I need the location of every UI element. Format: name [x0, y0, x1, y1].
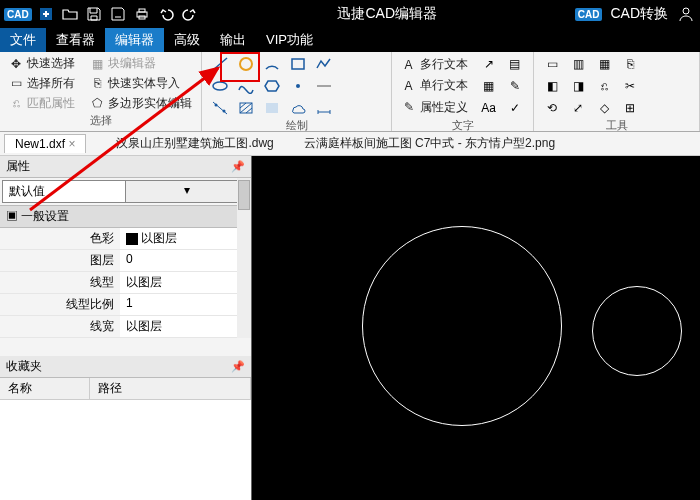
- cursor-icon: ✥: [8, 56, 24, 72]
- combo-value: 默认值: [3, 181, 125, 202]
- dim-icon[interactable]: [312, 98, 336, 118]
- ribbon-group-text: A多行文本 A单行文本 ✎属性定义 ↗ ▤ ▦ ✎ Aa ✓ 文字: [392, 52, 534, 131]
- ribbon-group-draw: 绘制: [202, 52, 392, 131]
- hexagon-icon[interactable]: [260, 76, 284, 96]
- svg-point-4: [683, 8, 689, 14]
- default-combo[interactable]: 默认值 ▾: [2, 180, 249, 203]
- undo-icon[interactable]: [156, 4, 176, 24]
- attdef-button[interactable]: ✎属性定义: [399, 98, 470, 117]
- favorites-list: 名称 路径: [0, 378, 251, 500]
- favorites-title: 收藏夹 📌: [0, 356, 251, 378]
- tool-icon[interactable]: ⊞: [618, 98, 642, 118]
- menu-vip[interactable]: VIP功能: [256, 28, 323, 52]
- cloud-icon[interactable]: [286, 98, 310, 118]
- ribbon-group-label: 工具: [540, 118, 693, 133]
- table-icon[interactable]: ▦: [477, 76, 501, 96]
- file-tab-active[interactable]: New1.dxf ×: [4, 134, 86, 153]
- text-button[interactable]: A单行文本: [399, 76, 470, 95]
- circle-entity[interactable]: [592, 286, 682, 376]
- point-icon[interactable]: [286, 76, 310, 96]
- workspace: 属性 📌 默认值 ▾ ▣ 一般设置 色彩以图层 图层0 线型以图层 线型比例1 …: [0, 156, 700, 500]
- user-icon[interactable]: [676, 4, 696, 24]
- scrollbar[interactable]: [237, 178, 251, 338]
- mtext-button[interactable]: A多行文本: [399, 55, 470, 74]
- tool-icon[interactable]: ⎘: [618, 54, 642, 74]
- text-icon: A: [401, 78, 417, 94]
- pin-icon[interactable]: 📌: [231, 360, 245, 373]
- xline-icon[interactable]: [208, 98, 232, 118]
- ray-icon[interactable]: [312, 76, 336, 96]
- fav-col-path[interactable]: 路径: [90, 378, 251, 399]
- spell-icon[interactable]: ✓: [503, 98, 527, 118]
- menu-viewer[interactable]: 查看器: [46, 28, 105, 52]
- quick-access: CAD: [4, 4, 200, 24]
- field-icon[interactable]: ▤: [503, 54, 527, 74]
- saveas-icon[interactable]: [108, 4, 128, 24]
- style-icon[interactable]: Aa: [477, 98, 501, 118]
- block-icon: ▦: [89, 56, 105, 72]
- ellipse-icon[interactable]: [208, 76, 232, 96]
- tool-icon[interactable]: ▦: [592, 54, 616, 74]
- quick-import-button[interactable]: ⎘快速实体导入: [87, 74, 182, 93]
- match-props-button[interactable]: ⎌匹配属性: [6, 94, 77, 113]
- prop-row: 图层0: [0, 250, 251, 272]
- quick-select-button[interactable]: ✥快速选择: [6, 54, 77, 73]
- prop-section-general[interactable]: ▣ 一般设置: [0, 205, 251, 228]
- circle-icon[interactable]: [234, 54, 258, 74]
- spline-icon[interactable]: [234, 76, 258, 96]
- polygon-edit-button[interactable]: ⬠多边形实体编辑: [87, 94, 194, 113]
- polyline-icon[interactable]: [312, 54, 336, 74]
- rect-icon[interactable]: [286, 54, 310, 74]
- menu-bar: 文件 查看器 编辑器 高级 输出 VIP功能: [0, 28, 700, 52]
- line-icon[interactable]: [208, 54, 232, 74]
- menu-output[interactable]: 输出: [210, 28, 256, 52]
- select-all-icon: ▭: [8, 75, 24, 91]
- mtext-icon: A: [401, 57, 417, 73]
- prop-row: 线型比例1: [0, 294, 251, 316]
- fav-col-name[interactable]: 名称: [0, 378, 90, 399]
- open-icon[interactable]: [60, 4, 80, 24]
- leader-icon[interactable]: ↗: [477, 54, 501, 74]
- new-icon[interactable]: [36, 4, 56, 24]
- match-icon: ⎌: [8, 95, 24, 111]
- menu-file[interactable]: 文件: [0, 28, 46, 52]
- ribbon-group-tools: ▭▥▦⎘ ◧◨⎌✂ ⟲⤢◇⊞ 工具: [534, 52, 700, 131]
- block-editor-button[interactable]: ▦块编辑器: [87, 54, 158, 73]
- hatch-icon[interactable]: [234, 98, 258, 118]
- menu-editor[interactable]: 编辑器: [105, 28, 164, 52]
- svg-point-5: [240, 58, 252, 70]
- tool-icon[interactable]: ✂: [618, 76, 642, 96]
- tool-icon[interactable]: ◇: [592, 98, 616, 118]
- tool-icon[interactable]: ▥: [566, 54, 590, 74]
- ribbon-group-select: ✥快速选择 ▦块编辑器 ▭选择所有 ⎘快速实体导入 ⎌匹配属性 ⬠多边形实体编辑…: [0, 52, 202, 131]
- tool-icon[interactable]: ◨: [566, 76, 590, 96]
- attdef-icon: ✎: [401, 99, 417, 115]
- tool-icon[interactable]: ▭: [540, 54, 564, 74]
- redo-icon[interactable]: [180, 4, 200, 24]
- arc-icon[interactable]: [260, 54, 284, 74]
- print-icon[interactable]: [132, 4, 152, 24]
- properties-title: 属性 📌: [0, 156, 251, 178]
- ribbon-group-label: 绘制: [208, 118, 385, 133]
- tool-icon[interactable]: ⎌: [592, 76, 616, 96]
- drawing-canvas[interactable]: [252, 156, 700, 500]
- region-icon[interactable]: [260, 98, 284, 118]
- edit-text-icon[interactable]: ✎: [503, 76, 527, 96]
- file-link-1[interactable]: 汉泉山庄别墅建筑施工图.dwg: [116, 135, 273, 152]
- ribbon-group-label: 文字: [398, 118, 527, 133]
- chevron-down-icon[interactable]: ▾: [125, 181, 248, 202]
- tool-icon[interactable]: ⟲: [540, 98, 564, 118]
- tool-icon[interactable]: ⤢: [566, 98, 590, 118]
- circle-entity[interactable]: [362, 226, 562, 426]
- pin-icon[interactable]: 📌: [231, 160, 245, 173]
- color-swatch-icon: [126, 233, 138, 245]
- tool-icon[interactable]: ◧: [540, 76, 564, 96]
- save-icon[interactable]: [84, 4, 104, 24]
- file-link-2[interactable]: 云满庭样板间施工图 C7中式 - 东方情户型2.png: [304, 135, 555, 152]
- convert-button[interactable]: CAD转换: [610, 5, 668, 23]
- menu-advanced[interactable]: 高级: [164, 28, 210, 52]
- svg-point-8: [296, 84, 300, 88]
- select-all-button[interactable]: ▭选择所有: [6, 74, 77, 93]
- close-tab-icon[interactable]: ×: [68, 137, 75, 151]
- prop-row: 色彩以图层: [0, 228, 251, 250]
